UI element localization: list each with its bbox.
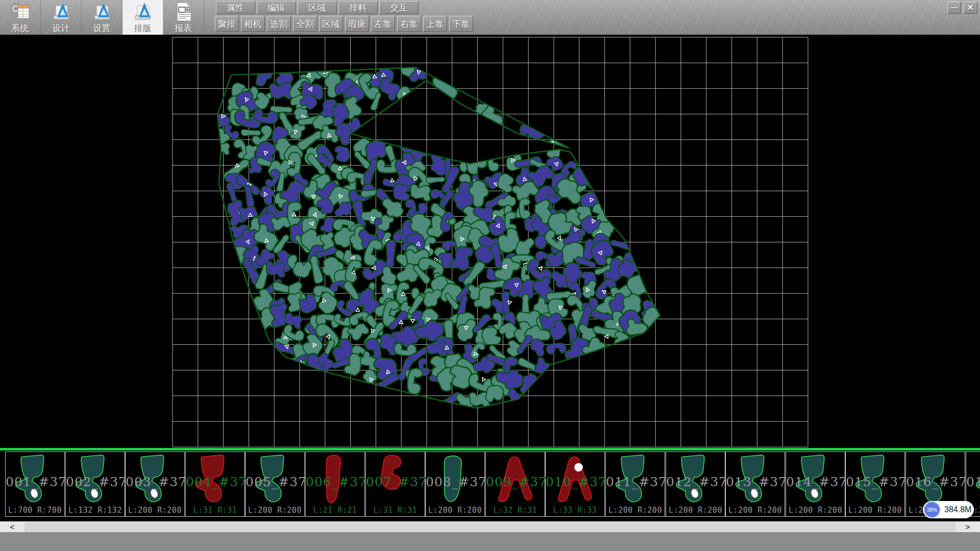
piece-id-label: 010_#37 [546, 474, 604, 489]
tool-region[interactable]: 区域 [319, 16, 343, 32]
piece-id-label: 003_#37 [126, 474, 184, 489]
app-tab-bar: 系统 设计 设置 [0, 0, 204, 35]
piece-counts-label: L:32 R:31 [486, 506, 545, 515]
tab-settings-label: 设置 [93, 22, 111, 34]
tool-align-top[interactable]: 上靠 [423, 16, 447, 32]
piece-thumbnail-cell[interactable]: 011_#37L:200 R:200 [605, 452, 665, 517]
tool-align-bottom[interactable]: 下靠 [449, 16, 473, 32]
piece-id-label: 007_#37 [366, 474, 425, 489]
progress-percent: 38% [927, 507, 937, 513]
piece-thumbnail-cell[interactable]: 010_#37L:33 R:33 [545, 452, 605, 517]
nesting-canvas[interactable] [0, 35, 980, 448]
piece-counts-label: L:200 R:200 [246, 506, 304, 515]
design-ruler-icon [50, 2, 72, 22]
window-controls: — ✕ [947, 2, 977, 14]
piece-counts-label: L:200 R:200 [126, 506, 184, 515]
tab-nesting-label: 排版 [134, 22, 152, 34]
piece-counts-label: L:200 R:200 [426, 506, 484, 515]
piece-id-label: 014_#37 [786, 474, 845, 489]
piece-thumbnail-cell[interactable]: 005_#37L:200 R:200 [245, 452, 305, 517]
tab-design-label: 设计 [53, 22, 70, 34]
progress-circle: 38% [924, 502, 940, 518]
application-window: 系统 设计 设置 [0, 0, 980, 551]
piece-id-label: 008_#37 [426, 474, 484, 489]
piece-id-label: 005_#37 [246, 474, 304, 489]
piece-counts-label: L:31 R:31 [186, 506, 244, 515]
piece-id-label: 013_#37 [726, 474, 785, 489]
piece-counts-label: L:700 R:700 [6, 506, 64, 515]
bottom-bar [0, 532, 980, 551]
tab-settings[interactable]: 设置 [82, 0, 122, 35]
piece-id-label: 012_#37 [666, 474, 725, 489]
piece-thumbnail-cell[interactable]: 004_#37L:31 R:31 [185, 452, 245, 517]
piece-id-label: 006_#37 [306, 474, 364, 489]
tool-camera[interactable]: 相机 [241, 16, 265, 32]
piece-id-label: 001_#37 [6, 474, 64, 489]
scroll-left-button[interactable]: < [0, 522, 24, 533]
menu-edit[interactable]: 编辑 [257, 1, 296, 14]
tab-report[interactable]: 报表 [163, 0, 204, 35]
horizontal-scrollbar[interactable]: < > [0, 521, 980, 532]
piece-counts-label: L:31 R:31 [366, 506, 425, 515]
tool-cut-all[interactable]: 全割 [293, 16, 317, 32]
piece-counts-label: L:200 R:200 [666, 506, 725, 515]
piece-id-label: 004_#37 [186, 474, 244, 489]
tool-align-left[interactable]: 左靠 [371, 16, 395, 32]
minimize-button[interactable]: — [947, 2, 961, 14]
piece-thumbnail-cell[interactable]: 009_#37L:32 R:31 [485, 452, 545, 517]
piece-thumbnail-cell[interactable]: 007_#37L:31 R:31 [365, 452, 425, 517]
tool-bar: 聚排 相机 选割 全割 区域 瑕疵 左靠 右靠 上靠 下靠 [215, 16, 473, 32]
piece-thumbnail-cell[interactable]: 015_#37L:200 R:200 [845, 452, 905, 517]
titlebar[interactable]: 系统 设计 设置 [0, 0, 980, 35]
strip-divider [0, 448, 980, 450]
piece-counts-label: L:200 R:200 [606, 506, 665, 515]
tab-design[interactable]: 设计 [41, 0, 82, 35]
tab-system[interactable]: 系统 [0, 0, 41, 35]
piece-id-label: 017_#37 [966, 474, 980, 489]
piece-thumbnail-cell[interactable]: 013_#37L:200 R:200 [725, 452, 785, 517]
tool-align-right[interactable]: 右靠 [397, 16, 421, 32]
pieces-strip: 001_#37L:700 R:700002_#37L:132 R:132003_… [0, 452, 980, 517]
piece-thumbnail-cell[interactable]: 003_#37L:200 R:200 [125, 452, 185, 517]
scroll-right-button[interactable]: > [955, 522, 980, 533]
tab-report-label: 报表 [175, 22, 192, 34]
system-gear-icon [9, 2, 32, 22]
tool-defect[interactable]: 瑕疵 [345, 16, 369, 32]
menu-region[interactable]: 区域 [298, 1, 337, 14]
menu-bar: 属性 编辑 区域 排料 交互 [216, 1, 419, 14]
tab-nesting[interactable]: 排版 [122, 0, 163, 35]
piece-thumbnail-cell[interactable]: 012_#37L:200 R:200 [666, 452, 725, 517]
piece-id-label: 016_#37 [906, 474, 965, 489]
piece-id-label: 011_#37 [606, 474, 665, 489]
piece-counts-label: L:21 R:21 [306, 506, 364, 515]
piece-thumbnail-cell[interactable]: 001_#37L:700 R:700 [5, 452, 65, 517]
piece-counts-label: L:200 R:200 [846, 506, 904, 515]
settings-ruler-icon [91, 2, 113, 22]
piece-id-label: 015_#37 [846, 474, 904, 489]
piece-counts-label: L:33 R:33 [546, 506, 604, 515]
piece-id-label: 002_#37 [66, 474, 125, 489]
nesting-ruler-icon [132, 2, 154, 22]
piece-counts-label: L:200 R:200 [786, 506, 845, 515]
piece-counts-label: L:132 R:132 [66, 506, 125, 515]
piece-thumbnail-cell[interactable]: 014_#37L:200 R:200 [786, 452, 845, 517]
piece-thumbnail-cell[interactable]: 002_#37L:132 R:132 [65, 452, 125, 517]
memory-value: 384.8M [944, 501, 971, 518]
tool-select-cut[interactable]: 选割 [267, 16, 291, 32]
piece-thumbnail-cell[interactable]: 006_#37L:21 R:21 [305, 452, 365, 517]
tool-cluster-nest[interactable]: 聚排 [215, 16, 239, 32]
piece-thumbnail-cell[interactable]: 008_#37L:200 R:200 [425, 452, 485, 517]
close-button[interactable]: ✕ [964, 2, 977, 14]
report-doc-icon [173, 2, 195, 22]
tab-system-label: 系统 [12, 22, 29, 34]
piece-id-label: 009_#37 [486, 474, 545, 489]
piece-counts-label: L:200 R:200 [726, 506, 785, 515]
menu-interaction[interactable]: 交互 [379, 1, 419, 14]
menu-properties[interactable]: 属性 [216, 1, 255, 14]
menu-nesting[interactable]: 排料 [338, 1, 378, 14]
memory-badge: 38% 384.8M [923, 501, 974, 518]
